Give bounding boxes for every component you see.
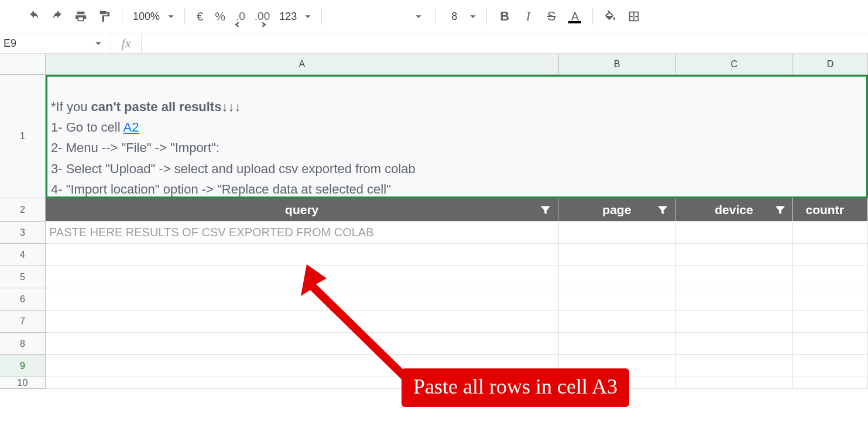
row-headers: 1 2 3 4 5 6 7 8 9 10 xyxy=(0,75,46,389)
font-size-input[interactable] xyxy=(443,10,465,23)
font-family-dropdown[interactable] xyxy=(329,10,428,23)
zoom-dropdown[interactable]: 100% xyxy=(129,10,177,23)
currency-format-button[interactable]: € xyxy=(192,6,208,27)
redo-button[interactable] xyxy=(47,6,68,27)
paint-format-button[interactable] xyxy=(94,6,115,27)
cell-d7[interactable] xyxy=(793,311,868,333)
increase-decimal-label: .00 xyxy=(255,10,270,22)
cell-d8[interactable] xyxy=(793,333,868,355)
separator xyxy=(486,8,487,25)
chevron-down-icon xyxy=(466,10,479,23)
cell-a1-instructions[interactable]: *If you can't paste all results↓↓↓ 1- Go… xyxy=(46,75,868,198)
percent-format-button[interactable]: % xyxy=(210,6,230,27)
zoom-value: 100% xyxy=(129,11,163,23)
separator xyxy=(435,8,436,25)
undo-button[interactable] xyxy=(23,6,44,27)
col-header-c[interactable]: C xyxy=(676,54,793,75)
header-label-device: device xyxy=(715,203,753,217)
cell-d5[interactable] xyxy=(793,266,868,288)
row-header-5[interactable]: 5 xyxy=(0,266,46,288)
chevron-down-icon xyxy=(301,10,314,23)
cell-c5[interactable] xyxy=(676,266,793,288)
cell-b3[interactable] xyxy=(559,222,676,244)
formula-bar-input[interactable] xyxy=(142,33,868,53)
cell-b7[interactable] xyxy=(559,311,676,333)
cell-d9[interactable] xyxy=(793,355,868,377)
more-formats-dropdown[interactable]: 123 xyxy=(276,10,314,23)
separator xyxy=(122,8,122,25)
separator xyxy=(184,8,185,25)
separator xyxy=(321,8,322,25)
col-header-d[interactable]: D xyxy=(793,54,868,75)
cell-a3[interactable]: PASTE HERE RESULTS OF CSV EXPORTED FROM … xyxy=(46,222,559,244)
row-header-2[interactable]: 2 xyxy=(0,198,46,222)
cell-c7[interactable] xyxy=(676,311,793,333)
cell-c3[interactable] xyxy=(676,222,793,244)
instr-prefix: *If you xyxy=(51,99,91,114)
bold-button[interactable]: B xyxy=(494,6,515,27)
col-header-a[interactable]: A xyxy=(46,54,559,75)
spreadsheet-grid: A B C D 1 2 3 4 5 6 7 8 9 10 *If you can… xyxy=(0,54,868,438)
instr-line4: 4- "Import location" option -> "Replace … xyxy=(51,182,391,196)
row-header-10[interactable]: 10 xyxy=(0,377,46,389)
col-header-b[interactable]: B xyxy=(559,54,676,75)
formula-bar-row: E9 fx xyxy=(0,33,868,54)
name-box-value: E9 xyxy=(4,37,16,50)
cell-b5[interactable] xyxy=(559,266,676,288)
row-header-4[interactable]: 4 xyxy=(0,244,46,266)
row-header-9[interactable]: 9 xyxy=(0,355,46,377)
cell-d10[interactable] xyxy=(793,377,868,389)
instr-arrows: ↓↓↓ xyxy=(221,99,241,114)
cell-a4[interactable] xyxy=(46,244,559,266)
row-header-1[interactable]: 1 xyxy=(0,75,46,198)
strikethrough-button[interactable]: S xyxy=(541,6,562,27)
cell-c8[interactable] xyxy=(676,333,793,355)
instr-line3: 3- Select "Upload" -> select and upload … xyxy=(51,161,416,176)
instr-a2-link[interactable]: A2 xyxy=(123,120,139,134)
cell-a6[interactable] xyxy=(46,288,559,311)
cell-c6[interactable] xyxy=(676,288,793,311)
instr-line2: 2- Menu --> "File" -> "Import": xyxy=(51,140,219,155)
toolbar: 100% € % .0 .00 123 B I S A xyxy=(0,0,868,33)
filter-icon[interactable] xyxy=(774,204,787,216)
row-header-6[interactable]: 6 xyxy=(0,288,46,311)
select-all-corner[interactable] xyxy=(0,54,46,75)
column-headers: A B C D xyxy=(46,54,868,75)
separator xyxy=(592,8,593,25)
cell-d3[interactable] xyxy=(793,222,868,244)
italic-button[interactable]: I xyxy=(517,6,538,27)
row-header-3[interactable]: 3 xyxy=(0,222,46,244)
cell-b8[interactable] xyxy=(559,333,676,355)
row-header-7[interactable]: 7 xyxy=(0,311,46,333)
cell-c9[interactable] xyxy=(676,355,793,377)
filter-icon[interactable] xyxy=(656,204,669,216)
cell-c10[interactable] xyxy=(676,377,793,389)
filter-icon[interactable] xyxy=(539,204,552,216)
cell-d6[interactable] xyxy=(793,288,868,311)
cell-b4[interactable] xyxy=(559,244,676,266)
fill-color-button[interactable] xyxy=(600,6,621,27)
cell-a7[interactable] xyxy=(46,311,559,333)
col-header-cell-country[interactable]: countr xyxy=(793,198,868,222)
increase-decimal-button[interactable]: .00 xyxy=(251,6,273,27)
cell-d4[interactable] xyxy=(793,244,868,266)
decrease-decimal-label: .0 xyxy=(236,10,245,22)
borders-button[interactable] xyxy=(623,6,644,27)
chevron-down-icon xyxy=(92,37,105,50)
decrease-decimal-button[interactable]: .0 xyxy=(232,6,249,27)
row-header-8[interactable]: 8 xyxy=(0,333,46,355)
cell-b6[interactable] xyxy=(559,288,676,311)
cell-c4[interactable] xyxy=(676,244,793,266)
name-box[interactable]: E9 xyxy=(0,33,111,53)
cell-a8[interactable] xyxy=(46,333,559,355)
header-label-page: page xyxy=(602,203,631,217)
cells-area: *If you can't paste all results↓↓↓ 1- Go… xyxy=(46,75,868,389)
chevron-down-icon xyxy=(412,10,425,23)
cell-a5[interactable] xyxy=(46,266,559,288)
text-color-button[interactable]: A xyxy=(564,6,585,27)
font-size-control[interactable] xyxy=(443,10,479,23)
col-header-cell-device[interactable]: device xyxy=(675,198,792,222)
print-button[interactable] xyxy=(70,6,91,27)
col-header-cell-page[interactable]: page xyxy=(558,198,675,222)
col-header-cell-query[interactable]: query xyxy=(46,198,558,222)
